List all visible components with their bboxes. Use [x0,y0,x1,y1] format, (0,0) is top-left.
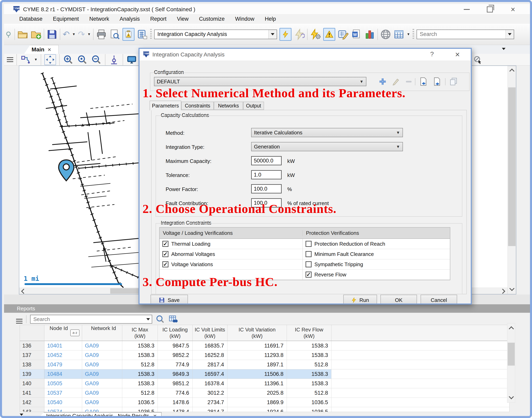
copy-configuration-icon[interactable] [449,77,458,86]
menu-item-analysis[interactable]: Analysis [114,14,145,24]
node-id-cell[interactable]: 10537 [44,388,82,397]
network-display-icon[interactable] [20,55,31,65]
import-configuration-icon[interactable] [418,77,428,86]
report-tab-overflow-button[interactable] [20,414,23,416]
integration-type-select[interactable]: Generation ▼ [251,142,403,151]
maximum-capacity-input[interactable] [251,156,282,165]
monitor-icon[interactable] [126,55,137,65]
sort-az-icon[interactable]: a·z [70,329,79,336]
table-row[interactable]: 14110537GA09512.8774.63012.22025.8512.8 [20,388,509,398]
dialog-close-button[interactable]: × [455,50,460,59]
validate-network-button[interactable] [123,28,135,41]
scroll-down-icon[interactable] [509,394,514,399]
table-row[interactable]: 14010505GA091538.39851.216378.411396.115… [20,379,509,388]
checkbox-abnormal-voltages[interactable]: ✓ [162,251,169,257]
tab-close-icon[interactable]: × [153,413,157,418]
reports-menu-icon[interactable] [16,319,23,320]
warnings-button[interactable] [323,28,335,41]
network-id-cell[interactable]: GA09 [82,341,122,350]
search-dropdown[interactable] [506,30,514,39]
method-select[interactable]: Iterative Calculations ▼ [251,128,403,137]
reports-search-input[interactable] [31,316,145,323]
scroll-up-icon[interactable] [509,326,514,331]
print-icon[interactable] [96,29,107,40]
table-view-icon[interactable] [394,29,404,40]
tab-main[interactable]: Main × [24,45,59,54]
checkbox-minimum-fault-clearance[interactable] [306,251,312,257]
search-box[interactable] [417,30,514,39]
tab-close-icon[interactable]: × [48,46,51,53]
menu-item-database[interactable]: Database [14,14,48,24]
menu-item-help[interactable]: Help [260,14,281,24]
tab-overflow-button[interactable] [502,48,506,50]
reports-vscroll-thumb[interactable] [508,343,515,366]
map-vscrollbar[interactable] [508,66,516,294]
node-id-cell[interactable]: 10540 [44,398,82,407]
tab-networks[interactable]: Networks [214,102,243,110]
remove-configuration-icon[interactable] [404,77,413,86]
dialog-help-button[interactable]: ? [430,50,434,58]
power-factor-input[interactable] [251,184,282,193]
checkbox-sympathetic-tripping[interactable] [306,261,312,267]
cancel-button[interactable]: Cancel [420,295,457,304]
table-view-dropdown-icon[interactable]: ▼ [407,32,410,36]
ok-button[interactable]: OK [380,295,417,304]
checkbox-voltage-variations[interactable]: ✓ [162,261,169,267]
reports-title-bar[interactable]: Reports [4,304,532,313]
column-header-ic-max[interactable]: IC Max(kW) [122,325,158,341]
node-id-cell[interactable]: 10452 [44,350,82,360]
locate-icon[interactable] [5,29,12,40]
scroll-down-icon[interactable] [509,286,514,291]
lightning-dim-icon[interactable] [294,29,305,40]
keypad-icon[interactable] [137,29,148,40]
report-settings-icon[interactable] [338,29,349,40]
menu-item-report[interactable]: Report [145,14,172,24]
globe-icon[interactable] [380,29,391,40]
network-id-cell[interactable]: GA09 [82,398,122,407]
save-button[interactable]: Save [151,295,188,304]
reports-table[interactable]: Node Ida·zNetwork IdIC Max(kW)IC Loading… [20,325,509,412]
reports-search-box[interactable] [30,315,152,324]
open-folder-icon[interactable] [17,29,28,40]
column-header-ic-volt-limits[interactable]: IC Volt Limits(kW) [192,325,227,341]
print-preview-icon[interactable] [109,29,120,40]
column-header-network-id[interactable]: Network Id [82,325,122,341]
reports-search-dropdown[interactable] [145,315,152,323]
table-row[interactable]: 14210540GA091036.51478.62734.71869.91036… [20,398,509,407]
map-vscroll-thumb[interactable] [508,87,516,246]
save-icon[interactable] [46,29,57,40]
add-configuration-icon[interactable] [378,77,387,86]
edit-configuration-icon[interactable] [391,77,400,86]
scroll-up-icon[interactable] [509,69,514,73]
menu-item-view[interactable]: View [172,14,194,24]
word-report-icon[interactable]: W [351,29,362,40]
column-header-ic-volt-variation[interactable]: IC Volt Variation(kW) [227,325,287,341]
map-menu-icon[interactable] [7,57,13,58]
no-symbol-cursor-icon[interactable] [473,56,482,64]
new-folder-icon[interactable] [31,29,41,40]
report-search-icon[interactable] [168,315,178,324]
redo-dropdown-icon[interactable]: ▼ [87,32,91,36]
undo-icon[interactable]: ↶ [63,30,70,39]
scroll-left-icon[interactable] [21,289,26,294]
run-analysis-button[interactable] [279,28,292,41]
minimize-button[interactable] [460,6,474,12]
scroll-right-icon[interactable] [500,289,505,294]
table-row[interactable]: 13810479GA09512.8774.92817.41897.1512.8 [20,360,509,369]
network-id-cell[interactable]: GA09 [82,388,122,397]
column-header-ic-rev-flow[interactable]: IC Rev Flow(kW) [287,325,331,341]
menu-item-equipment[interactable]: Equipment [48,14,84,24]
analysis-selector-dropdown[interactable] [268,30,277,39]
node-id-cell[interactable]: 10574 [44,407,82,412]
column-header-node-id[interactable]: Node Ida·z [44,325,82,341]
node-symbol-icon[interactable] [109,55,119,65]
tolerance-input[interactable] [251,170,282,179]
network-id-cell[interactable]: GA09 [82,350,122,360]
node-id-cell[interactable]: 10484 [44,369,82,379]
network-id-cell[interactable]: GA09 [82,369,122,379]
network-id-cell[interactable]: GA09 [82,360,122,369]
network-id-cell[interactable]: GA09 [82,379,122,388]
search-input[interactable] [417,31,506,37]
reports-vscrollbar[interactable] [507,323,515,403]
configuration-select[interactable]: DEFAULT ▼ [154,77,366,86]
